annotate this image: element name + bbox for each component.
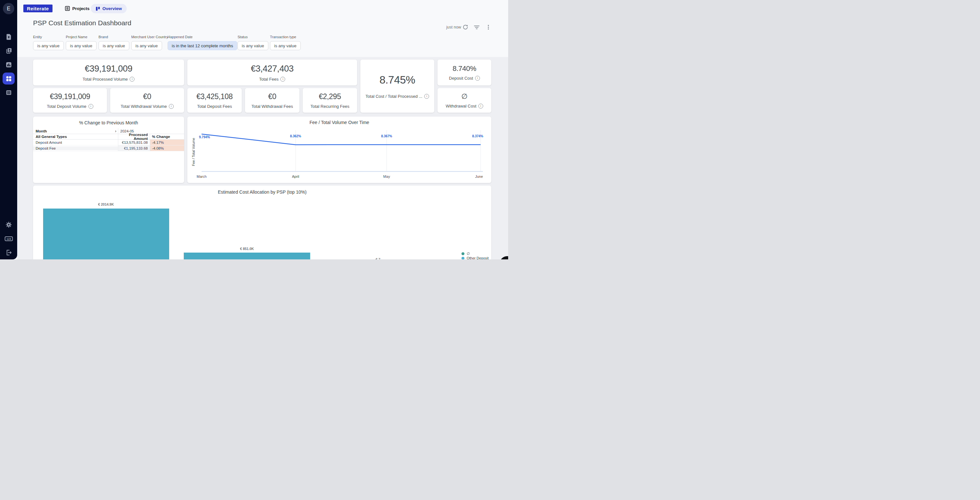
sidebar-item-logout[interactable] — [0, 249, 17, 257]
tab-projects[interactable]: Projects — [65, 4, 89, 13]
info-icon[interactable]: i — [130, 77, 135, 82]
kpi-total-withdrawal-volume: €0 Total Withdrawal Volumei — [110, 88, 184, 113]
filter-happened-date-value[interactable]: is in the last 12 complete months — [167, 41, 237, 50]
refresh-button[interactable] — [462, 24, 469, 31]
kpi-label: Total Deposit Fees — [197, 104, 232, 109]
bar-chart-icon — [5, 61, 12, 68]
projects-list-icon — [65, 6, 70, 11]
sidebar-item-reports[interactable] — [0, 61, 17, 69]
info-icon[interactable]: i — [475, 76, 480, 81]
filter-happened-date: Happened Date is in the last 12 complete… — [167, 35, 237, 50]
kpi-value: ∅ — [461, 92, 468, 101]
numbers-123-icon: 123 — [5, 235, 13, 242]
sidebar-item-rows[interactable] — [0, 89, 17, 97]
cell-pct-change: -4.17% — [150, 140, 184, 145]
point-label: 8.362% — [290, 134, 301, 138]
filter-status: Status is any value — [237, 35, 268, 50]
x-axis-label: March — [197, 175, 207, 178]
sidebar-item-upload-file[interactable] — [0, 33, 17, 41]
filter-entity-value[interactable]: is any value — [33, 41, 64, 50]
filter-brand-value[interactable]: is any value — [99, 41, 129, 50]
dashboard-grid-icon — [5, 75, 12, 82]
filter-label: Happened Date — [167, 35, 237, 39]
kpi-total-fees: €3,427,403 Total Feesi — [187, 60, 357, 86]
tab-projects-label: Projects — [72, 6, 89, 11]
cell-type: Deposit Fee — [36, 146, 56, 150]
bar-psp-2[interactable] — [184, 252, 310, 259]
info-icon[interactable]: i — [89, 104, 93, 109]
kpi-label: Total Processed Volume — [83, 77, 128, 82]
point-label: 8.374% — [472, 134, 483, 138]
filter-merchant-user-country: Merchant User Country is any value — [131, 35, 168, 50]
table-title: % Change to Previous Month — [33, 120, 184, 125]
brand-logo[interactable]: Reiterate — [23, 5, 52, 12]
overview-dashboard-icon — [95, 6, 100, 11]
kebab-menu-icon — [485, 24, 492, 30]
info-icon[interactable]: i — [424, 94, 429, 99]
kpi-label: Total Recurring Fees — [310, 104, 349, 109]
filter-merchant-user-country-value[interactable]: is any value — [131, 41, 162, 50]
kpi-total-processed-volume: €39,191,009 Total Processed Volumei — [33, 60, 184, 86]
sidebar-item-dashboards-active[interactable] — [3, 73, 14, 84]
filter-status-value[interactable]: is any value — [237, 41, 268, 50]
info-icon[interactable]: i — [280, 77, 285, 82]
point-label: 8.367% — [381, 134, 392, 138]
legend-item[interactable]: ∅ — [461, 251, 489, 256]
chevron-right-icon[interactable]: › — [115, 129, 118, 133]
cell-type: Deposit Amount — [36, 141, 62, 144]
kpi-value: €3,427,403 — [251, 64, 294, 74]
cost-allocation-bar-chart-card: Estimated Cost Allocation by PSP (top 10… — [33, 186, 491, 259]
col-header-processed-amount: Processed Amount — [118, 134, 150, 139]
kpi-total-deposit-fees: €3,425,108 Total Deposit Fees — [187, 88, 242, 113]
filter-label: Entity — [33, 35, 64, 39]
legend-item[interactable]: Other Deposit — [461, 256, 489, 259]
bar-value-label: € 2014.9K — [98, 202, 114, 206]
table-row: Deposit Amount €13,575,831.08 -4.17% — [33, 140, 184, 145]
refresh-icon — [462, 24, 469, 30]
avatar[interactable]: E — [3, 3, 14, 14]
kpi-value: €0 — [143, 92, 151, 101]
kpi-total-withdrawal-fees: €0 Total Withdrawal Fees — [245, 88, 299, 113]
last-refreshed-label: just now — [446, 25, 461, 30]
bar-value-label-partial: € 7 — [375, 257, 380, 259]
page-title: PSP Cost Estimation Dashboard — [33, 19, 131, 27]
filter-project-name-value[interactable]: is any value — [66, 41, 97, 50]
filter-transaction-type-value[interactable]: is any value — [270, 41, 301, 50]
filter-transaction-type: Transaction type is any value — [270, 35, 301, 50]
sidebar-item-settings[interactable] — [0, 221, 17, 229]
filter-brand: Brand is any value — [99, 35, 129, 50]
filters-toggle-button[interactable] — [473, 24, 480, 31]
fee-volume-line-chart-card: Fee / Total Volume Over Time Fee / Total… — [187, 117, 491, 183]
table-row: Deposit Fee €1,195,133.68 -4.08% — [33, 145, 184, 151]
kpi-total-recurring-fees: €2,295 Total Recurring Fees — [303, 88, 357, 113]
more-actions-button[interactable] — [485, 24, 492, 31]
info-icon[interactable]: i — [478, 104, 483, 108]
col-header-pct-change: % Change — [150, 134, 184, 139]
fee-volume-line-series[interactable] — [202, 134, 480, 145]
col-header-type: All General Types — [36, 135, 67, 139]
kpi-value: €0 — [268, 92, 277, 101]
table-column-header-row: All General Types Processed Amount % Cha… — [33, 134, 184, 140]
file-upload-icon — [5, 33, 12, 40]
kpi-label: Total Withdrawal Fees — [251, 104, 293, 109]
bar-psp-1[interactable] — [43, 208, 169, 259]
sidebar-item-library-add[interactable] — [0, 47, 17, 55]
info-icon[interactable]: i — [169, 104, 174, 109]
kpi-value: €39,191,009 — [50, 92, 91, 101]
bar-chart-title: Estimated Cost Allocation by PSP (top 10… — [33, 189, 491, 195]
filter-label: Brand — [99, 35, 129, 39]
kpi-withdrawal-cost: ∅ Withdrawal Costi — [438, 88, 491, 113]
filter-label: Status — [237, 35, 268, 39]
app-window: E — [0, 0, 508, 259]
sidebar: E — [0, 0, 17, 259]
month-header: Month — [36, 129, 47, 133]
svg-text:123: 123 — [6, 237, 11, 241]
filter-lines-icon — [474, 24, 480, 30]
tab-overview[interactable]: Overview — [91, 4, 127, 13]
kpi-value: 8.745% — [380, 74, 415, 86]
sidebar-item-numbers[interactable]: 123 — [0, 235, 17, 243]
kpi-label: Total Fees — [259, 77, 279, 82]
tab-overview-label: Overview — [102, 6, 122, 11]
kpi-value: €39,191,009 — [85, 64, 132, 74]
kpi-deposit-cost: 8.740% Deposit Costi — [438, 60, 491, 86]
